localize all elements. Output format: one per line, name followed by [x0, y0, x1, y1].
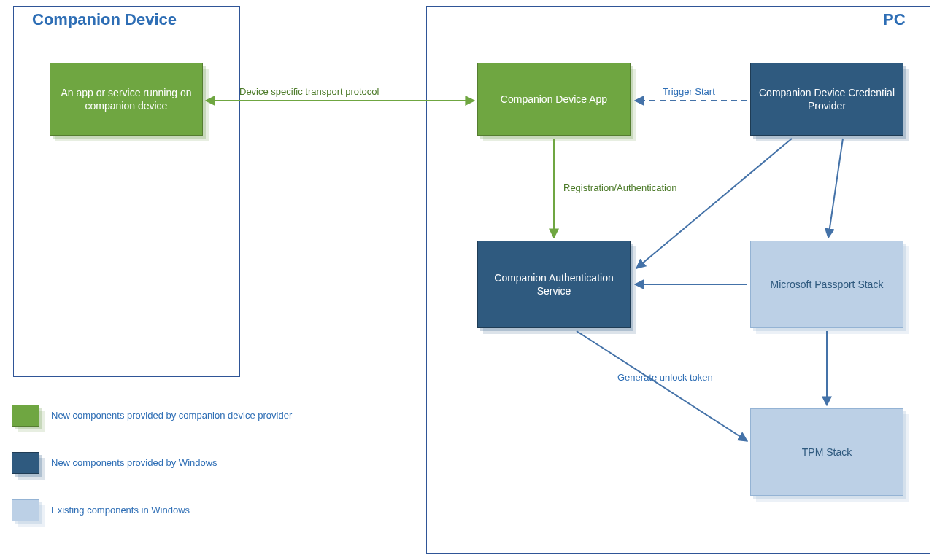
node-authentication-service: Companion Authentication Service	[477, 241, 631, 328]
region-pc-title: PC	[883, 10, 906, 29]
legend-swatch-green	[12, 405, 39, 427]
edge-label-transport: Device specific transport protocol	[239, 86, 379, 97]
node-tpm-stack: TPM Stack	[750, 408, 903, 496]
legend-text-lightblue: Existing components in Windows	[51, 505, 190, 516]
edge-label-generate: Generate unlock token	[617, 372, 713, 383]
legend-text-green: New components provided by companion dev…	[51, 410, 292, 421]
node-credential-provider: Companion Device Credential Provider	[750, 63, 903, 136]
node-passport-stack: Microsoft Passport Stack	[750, 241, 903, 328]
node-companion-device-app: Companion Device App	[477, 63, 631, 136]
edge-label-reg-auth: Registration/Authentication	[563, 182, 676, 193]
diagram-canvas: Companion Device PC An app or service ru…	[0, 0, 937, 560]
edge-label-trigger: Trigger Start	[663, 86, 715, 97]
legend-swatch-darkblue	[12, 452, 39, 474]
region-companion-device	[13, 6, 240, 377]
region-companion-title: Companion Device	[32, 10, 177, 29]
node-app-on-companion: An app or service running on companion d…	[50, 63, 203, 136]
legend-swatch-lightblue	[12, 499, 39, 521]
legend-text-darkblue: New components provided by Windows	[51, 457, 217, 468]
